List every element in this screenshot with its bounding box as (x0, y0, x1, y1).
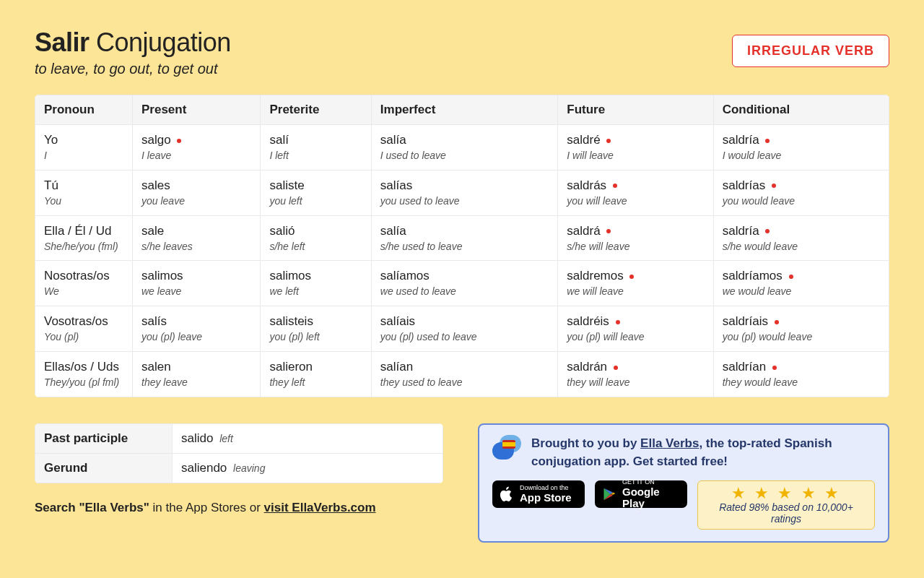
conjugation-cell: saldremos we will leave (558, 261, 713, 306)
irregular-dot-icon (629, 275, 634, 279)
column-header: Imperfect (371, 95, 557, 125)
conjugation-cell: salís you (pl) leave (133, 306, 261, 352)
irregular-dot-icon (772, 184, 776, 188)
irregular-dot-icon (765, 139, 770, 143)
verb-name: Salir (35, 27, 90, 57)
visit-link[interactable]: visit EllaVerbs.com (264, 501, 376, 514)
pronoun-cell: Vosotras/osYou (pl) (35, 306, 133, 352)
irregular-dot-icon (789, 275, 793, 279)
promo-link[interactable]: Ella Verbs (640, 436, 699, 450)
conjugation-cell: sale s/he leaves (133, 215, 261, 261)
conjugation-cell: salían they used to leave (371, 352, 557, 397)
irregular-dot-icon (765, 229, 770, 233)
appstore-button[interactable]: Download on theApp Store (492, 480, 585, 508)
conjugation-cell: saldríais you (pl) would leave (713, 306, 889, 352)
promo-card: Brought to you by Ella Verbs, the top-ra… (478, 423, 889, 543)
conjugation-cell: salíamos we used to leave (371, 261, 557, 306)
subtitle: to leave, to go out, to get out (35, 61, 231, 77)
pronoun-cell: Ellas/os / UdsThey/you (pl fml) (35, 352, 133, 397)
column-header: Present (133, 95, 261, 125)
table-row: TúYousales you leavesaliste you leftsalí… (35, 170, 889, 215)
irregular-dot-icon (775, 320, 779, 324)
table-row: YoIsalgo I leavesalí I leftsalía I used … (35, 125, 889, 171)
conjugation-cell: saldrá s/he will leave (558, 215, 713, 261)
promo-text: Brought to you by Ella Verbs, the top-ra… (531, 435, 875, 470)
conjugation-cell: salisteis you (pl) left (261, 306, 371, 352)
gerund-value: saliendo leaving (173, 453, 443, 483)
conjugation-cell: salieron they left (261, 352, 371, 397)
irregular-dot-icon (177, 139, 181, 143)
conjugation-cell: salgo I leave (133, 125, 261, 171)
table-row: Vosotras/osYou (pl)salís you (pl) leaves… (35, 306, 889, 352)
conjugation-cell: saldría I would leave (713, 125, 889, 171)
page-title: Salir Conjugation (35, 27, 231, 58)
conjugation-cell: salía s/he used to leave (371, 215, 557, 261)
conjugation-cell: salías you used to leave (371, 170, 557, 215)
column-header: Conditional (713, 95, 889, 125)
pp-value: salido left (173, 423, 443, 453)
conjugation-cell: salió s/he left (261, 215, 371, 261)
pronoun-cell: Nosotras/osWe (35, 261, 133, 306)
irregular-dot-icon (772, 366, 777, 370)
search-hint: Search "Ella Verbs" in the App Stores or… (35, 501, 443, 515)
irregular-dot-icon (613, 184, 617, 188)
conjugation-cell: salíais you (pl) used to leave (371, 306, 557, 352)
table-row: Ellas/os / UdsThey/you (pl fml)salen the… (35, 352, 889, 397)
conjugation-cell: saldrán they will leave (558, 352, 713, 397)
conjugation-cell: sales you leave (133, 170, 261, 215)
irregular-dot-icon (606, 139, 611, 143)
irregular-dot-icon (616, 320, 620, 324)
app-icon (492, 435, 521, 464)
gerund-label: Gerund (35, 453, 173, 483)
rating-text: Rated 98% based on 10,000+ ratings (705, 501, 867, 525)
pronoun-cell: TúYou (35, 170, 133, 215)
conjugation-cell: saldríamos we would leave (713, 261, 889, 306)
conjugation-cell: saldrías you would leave (713, 170, 889, 215)
stars-icon: ★ ★ ★ ★ ★ (705, 486, 867, 501)
conjugation-cell: salen they leave (133, 352, 261, 397)
googleplay-icon (602, 486, 616, 502)
conjugation-cell: saliste you left (261, 170, 371, 215)
table-row: Nosotras/osWesalimos we leavesalimos we … (35, 261, 889, 306)
participle-table: Past participle salido left Gerund salie… (35, 423, 443, 483)
irregular-badge: IRREGULAR VERB (732, 35, 889, 67)
column-header: Preterite (261, 95, 371, 125)
conjugation-cell: salía I used to leave (371, 125, 557, 171)
conjugation-cell: saldrían they would leave (713, 352, 889, 397)
googleplay-button[interactable]: GET IT ONGoogle Play (595, 480, 687, 508)
title-label: Conjugation (96, 27, 231, 57)
conjugation-table: PronounPresentPreteriteImperfectFutureCo… (35, 95, 889, 397)
pronoun-cell: Ella / Él / UdShe/he/you (fml) (35, 215, 133, 261)
pronoun-cell: YoI (35, 125, 133, 171)
conjugation-cell: saldría s/he would leave (713, 215, 889, 261)
conjugation-cell: saldrás you will leave (558, 170, 713, 215)
conjugation-cell: salimos we left (261, 261, 371, 306)
conjugation-cell: saldré I will leave (558, 125, 713, 171)
column-header: Pronoun (35, 95, 133, 125)
conjugation-cell: salimos we leave (133, 261, 261, 306)
apple-icon (500, 486, 514, 502)
rating-card: ★ ★ ★ ★ ★ Rated 98% based on 10,000+ rat… (697, 480, 875, 530)
conjugation-cell: saldréis you (pl) will leave (558, 306, 713, 352)
irregular-dot-icon (614, 366, 618, 370)
column-header: Future (558, 95, 713, 125)
irregular-dot-icon (606, 229, 611, 233)
pp-label: Past participle (35, 423, 173, 453)
table-row: Ella / Él / UdShe/he/you (fml)sale s/he … (35, 215, 889, 261)
conjugation-cell: salí I left (261, 125, 371, 171)
